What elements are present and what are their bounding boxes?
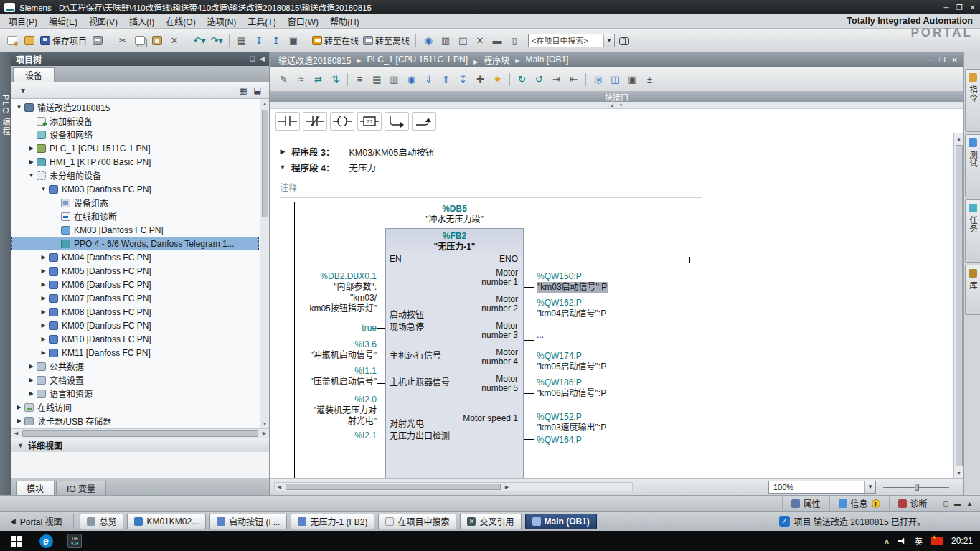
volume-icon[interactable] — [898, 538, 906, 545]
tree-item-hmi1[interactable]: ▶HMI_1 [KTP700 Basic PN] — [11, 155, 259, 169]
editor-close-icon[interactable]: ✕ — [952, 56, 958, 64]
remove-window-icon[interactable]: ✕ — [472, 32, 488, 48]
tab-testing[interactable]: 测试 — [965, 134, 980, 197]
input-operand[interactable]: %I1.1"压盖机启动信号" — [274, 366, 377, 387]
scrollbar-thumb[interactable] — [956, 145, 963, 466]
maximize-icon[interactable]: ❐ — [956, 4, 963, 11]
tree-expand-all-icon[interactable]: ⬓ — [250, 84, 265, 97]
tree-item-plc1[interactable]: ▶PLC_1 [CPU 1511C-1 PN] — [11, 141, 259, 155]
input-pin[interactable]: 无压力出口检测 — [390, 432, 450, 441]
tree-item-documentation-settings[interactable]: ▶文档设置 — [11, 373, 259, 387]
tree-item-project-root[interactable]: ▼输送改造20180815 — [11, 100, 259, 114]
split-horizontal-icon[interactable]: ▬ — [489, 32, 505, 48]
inspector-up-icon[interactable]: ▲ — [966, 500, 973, 507]
scroll-left-icon[interactable]: ◀ — [11, 430, 21, 436]
operand-info-icon[interactable]: ⇑ — [438, 72, 454, 88]
tree-item-km03-module[interactable]: KM03 [Danfoss FC PN] — [11, 223, 259, 237]
comment-toggle-icon[interactable]: ◉ — [403, 72, 420, 88]
expand-arrow[interactable]: ▶ — [39, 309, 48, 315]
scroll-down-icon[interactable]: ▼ — [956, 468, 961, 478]
download-to-device-icon[interactable]: ↧ — [251, 32, 267, 48]
network-3-title[interactable]: KM03/KM05启动按钮 — [349, 145, 434, 159]
network-collapse-arrow[interactable]: ▼ — [278, 164, 287, 171]
network-comment[interactable]: 注释 — [280, 181, 702, 198]
start-simulation-icon[interactable]: ▣ — [286, 32, 301, 48]
settings-icon[interactable]: ± — [641, 72, 658, 88]
scroll-up-icon[interactable]: ▲ — [956, 133, 961, 143]
project-search-input[interactable] — [529, 34, 603, 47]
hidden-icons-chevron-icon[interactable]: ∧ — [884, 537, 890, 546]
input-pin[interactable]: 启动按钮 — [390, 311, 424, 320]
monitor-toggle-icon[interactable]: ◎ — [590, 72, 606, 88]
expand-arrow[interactable]: ▶ — [27, 363, 36, 369]
scrollbar-thumb[interactable] — [22, 430, 258, 437]
tree-item-km10[interactable]: ▶KM10 [Danfoss FC PN] — [11, 332, 259, 346]
tree-item-online-access[interactable]: ▶在线访问 — [11, 400, 259, 414]
tree-vertical-scrollbar[interactable]: ▲ ▼ — [260, 99, 269, 428]
menu-project[interactable]: 项目(P) — [3, 14, 43, 29]
editor-minimize-icon[interactable]: ─ — [928, 56, 933, 64]
tree-horizontal-scrollbar[interactable]: ◀ ▶ — [11, 428, 269, 438]
output-operand[interactable]: %QW186:P"km06启动信号":P — [537, 377, 702, 399]
output-pin[interactable]: Motor number 5 — [452, 375, 518, 393]
taskbar-project-search[interactable]: 在项目中搜索 — [378, 514, 456, 529]
output-pin[interactable]: Motor speed 1 — [452, 414, 518, 423]
input-pin[interactable]: 主机止瓶器信号 — [390, 378, 450, 387]
favorites-toggle-icon[interactable]: ★ — [489, 72, 506, 88]
expand-arrow[interactable]: ▶ — [27, 145, 36, 151]
output-operand[interactable]: ... — [537, 330, 702, 341]
insert-empty-box-button[interactable]: ?? — [357, 112, 382, 131]
menu-help[interactable]: 帮助(H) — [324, 14, 365, 29]
open-branch-button[interactable] — [385, 112, 409, 131]
menu-view[interactable]: 视图(V) — [83, 14, 123, 29]
tree-item-ungrouped-devices[interactable]: ▼未分组的设备 — [11, 169, 259, 182]
open-project-icon[interactable] — [22, 32, 37, 48]
output-pin[interactable]: Motor number 3 — [452, 321, 518, 340]
start-stop-cpu-icon[interactable]: ◫ — [455, 32, 471, 48]
close-branch-button[interactable] — [412, 112, 436, 131]
left-edge-strip[interactable]: PLC 编程 — [0, 52, 11, 495]
expand-arrow[interactable]: ▶ — [14, 418, 24, 424]
scrollbar-thumb[interactable] — [286, 484, 501, 490]
splitter-down-icon[interactable]: ▼ — [619, 103, 623, 108]
accessible-devices-icon[interactable]: ▥ — [438, 32, 453, 48]
update-block-calls-icon[interactable]: ⇅ — [327, 72, 344, 88]
tab-io-tags[interactable]: IO 变量 — [56, 481, 106, 495]
output-operand[interactable]: %QW174:P"km05启动信号":P — [537, 351, 702, 372]
input-operand[interactable]: %I2.1 — [274, 430, 377, 441]
compile-icon[interactable]: ▦ — [234, 32, 250, 48]
ime-indicator[interactable]: 英 — [915, 535, 923, 547]
scroll-down-icon[interactable]: ▼ — [263, 419, 268, 428]
snapshot-icon[interactable]: ◫ — [607, 72, 623, 88]
tree-item-km05[interactable]: ▶KM05 [Danfoss FC PN] — [11, 264, 259, 278]
expand-arrow[interactable]: ▼ — [27, 172, 36, 179]
network-collapse-arrow[interactable]: ▶ — [278, 148, 287, 155]
scroll-up-icon[interactable]: ▲ — [263, 99, 268, 108]
start-button[interactable] — [0, 531, 32, 551]
editor-horizontal-scrollbar[interactable]: ◀ ▶ — [274, 482, 633, 491]
breadcrumb-main-ob1[interactable]: Main [OB1] — [512, 55, 571, 65]
splitter-up-icon[interactable]: ▲ — [611, 103, 615, 108]
input-pin[interactable]: 主机运行信号 — [390, 352, 441, 361]
taskbar-start-button-block[interactable]: 启动按钮 (F... — [209, 514, 287, 529]
delete-icon[interactable]: ✕ — [166, 32, 182, 48]
output-pin[interactable]: Motor number 4 — [452, 348, 518, 367]
input-operand[interactable]: %I3.6"冲瓶机启动信号" — [274, 339, 377, 361]
network-4-row[interactable]: ▼ 程序段 4： 无压力 — [270, 159, 953, 175]
tree-item-ppo4-telegram[interactable]: PPO 4 - 6/6 Words, Danfoss Telegram 1... — [11, 237, 259, 250]
expand-arrow[interactable]: ▶ — [27, 390, 36, 397]
menu-window[interactable]: 窗口(W) — [282, 14, 324, 29]
print-icon[interactable] — [90, 32, 105, 48]
undo-network-icon[interactable]: ↺ — [531, 72, 547, 88]
tab-info[interactable]: 信息 i — [829, 496, 889, 511]
tree-item-online-diagnostics[interactable]: 在线和诊断 — [11, 209, 259, 223]
expand-arrow[interactable]: ▶ — [39, 254, 48, 260]
taskbar-cross-references[interactable]: ✕交叉引用 — [460, 514, 521, 529]
tree-item-km11[interactable]: ▶KM11 [Danfoss FC PN] — [11, 346, 259, 359]
minimize-icon[interactable]: ─ — [944, 4, 949, 11]
goto-next-icon[interactable]: ⇥ — [548, 72, 565, 88]
download-block-icon[interactable]: ↧ — [455, 72, 471, 88]
absolute-symbolic-icon[interactable]: ⇓ — [420, 72, 437, 88]
tree-item-devices-networks[interactable]: 设备和网络 — [11, 128, 259, 141]
swap-operands-icon[interactable]: ⇄ — [310, 72, 326, 88]
